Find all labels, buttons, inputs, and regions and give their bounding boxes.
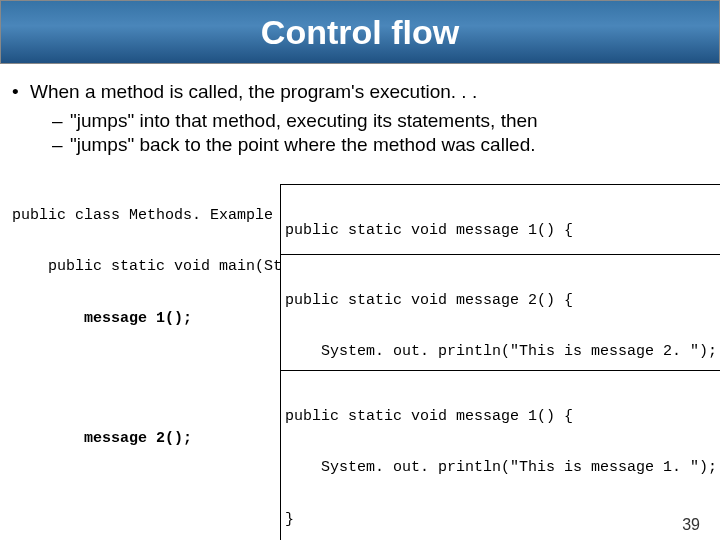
code-line: public static void message 1() { <box>285 408 717 425</box>
sub-text-1: "jumps" into that method, executing its … <box>70 109 538 134</box>
dash-mark: – <box>52 133 70 158</box>
slide-body: • When a method is called, the program's… <box>0 64 720 512</box>
code-line: } <box>285 511 717 528</box>
bullet-text: When a method is called, the program's e… <box>30 80 477 105</box>
code-line: System. out. println("This is message 2.… <box>285 343 720 360</box>
sub-bullet-2: – "jumps" back to the point where the me… <box>12 133 708 158</box>
sub-bullet-1: – "jumps" into that method, executing it… <box>12 109 708 134</box>
slide-title: Control flow <box>261 13 459 52</box>
dash-mark: – <box>52 109 70 134</box>
code-line: System. out. println("This is message 1.… <box>285 459 717 476</box>
code-area: public class Methods. Example { public s… <box>12 172 708 512</box>
title-bar: Control flow <box>0 0 720 64</box>
code-line: public static void message 2() { <box>285 292 720 309</box>
bullet-mark: • <box>12 80 30 105</box>
bullet-main: • When a method is called, the program's… <box>12 80 708 105</box>
code-line: public static void message 1() { <box>285 222 717 239</box>
overlay-message1-bottom: public static void message 1() { System.… <box>280 370 720 540</box>
sub-text-2: "jumps" back to the point where the meth… <box>70 133 536 158</box>
slide-number: 39 <box>682 516 700 534</box>
